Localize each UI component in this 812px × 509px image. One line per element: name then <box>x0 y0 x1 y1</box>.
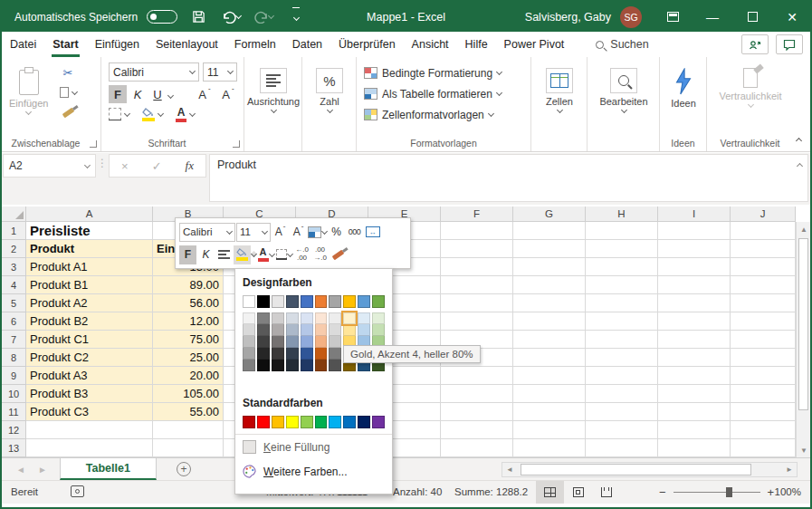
row-header-4[interactable]: 4 <box>2 276 26 294</box>
cell-J11[interactable] <box>731 403 796 421</box>
mini-align-button[interactable] <box>215 245 233 264</box>
variant-swatch-3-4[interactable] <box>301 348 313 360</box>
cell-I1[interactable] <box>658 222 731 240</box>
clipboard-dialog-launcher[interactable] <box>90 140 97 148</box>
select-all-corner[interactable] <box>2 206 26 222</box>
mini-increase-decimal-button[interactable]: .00 →.0 <box>311 245 329 264</box>
tab-seitenlayout[interactable]: Seitenlayout <box>148 32 226 57</box>
standard-color-swatch-0[interactable] <box>243 416 255 428</box>
cell-F12[interactable] <box>441 421 513 439</box>
row-header-7[interactable]: 7 <box>2 331 26 349</box>
cell-I13[interactable] <box>658 439 731 457</box>
standard-color-swatch-7[interactable] <box>343 416 356 428</box>
theme-color-swatch-7[interactable] <box>343 295 356 308</box>
vertical-scroll-thumb[interactable] <box>798 238 808 410</box>
cell-J4[interactable] <box>731 276 796 294</box>
font-size-select[interactable]: 11 <box>203 62 237 82</box>
row-header-5[interactable]: 5 <box>2 294 26 312</box>
cell-A8[interactable]: Produkt C2 <box>26 349 153 367</box>
format-as-table-button[interactable]: Als Tabelle formatieren <box>364 84 502 103</box>
row-header-13[interactable]: 13 <box>2 439 26 457</box>
user-name[interactable]: Salvisberg, Gaby <box>525 11 611 24</box>
underline-dropdown[interactable] <box>167 92 174 99</box>
variant-swatch-2-4[interactable] <box>301 336 313 348</box>
standard-color-swatch-5[interactable] <box>315 416 328 428</box>
ideas-button[interactable]: Ideen <box>665 61 702 109</box>
variant-swatch-1-1[interactable] <box>257 324 270 336</box>
page-break-view-button[interactable] <box>592 481 620 504</box>
variant-swatch-1-0[interactable] <box>243 324 255 336</box>
cell-J9[interactable] <box>731 367 796 385</box>
cell-B10[interactable]: 105.00 <box>153 385 224 403</box>
cell-A13[interactable] <box>26 439 153 457</box>
theme-color-swatch-6[interactable] <box>329 295 341 308</box>
cell-J2[interactable] <box>731 240 796 258</box>
cell-A4[interactable]: Produkt B1 <box>26 276 153 294</box>
variant-swatch-3-3[interactable] <box>286 348 299 360</box>
normal-view-button[interactable] <box>536 481 564 504</box>
underline-button[interactable]: U <box>148 85 167 103</box>
theme-color-swatch-0[interactable] <box>243 295 255 308</box>
cell-I6[interactable] <box>658 312 731 331</box>
cell-I8[interactable] <box>658 349 731 367</box>
mini-merge-button[interactable]: ↔ <box>364 223 381 242</box>
mini-percent-button[interactable]: % <box>328 223 345 242</box>
cell-G8[interactable] <box>513 349 586 367</box>
font-dialog-launcher[interactable] <box>233 140 240 148</box>
cell-H5[interactable] <box>586 294 658 312</box>
variant-swatch-4-4[interactable] <box>301 360 313 371</box>
font-color-button[interactable]: A <box>176 107 186 122</box>
variant-swatch-0-9[interactable] <box>372 312 385 324</box>
cell-J10[interactable] <box>731 385 796 403</box>
cell-B8[interactable]: 25.00 <box>153 349 224 367</box>
cell-B13[interactable] <box>153 439 224 457</box>
row-header-11[interactable]: 11 <box>2 403 26 421</box>
cell-F3[interactable] <box>441 258 513 276</box>
variant-swatch-0-6[interactable] <box>329 312 341 324</box>
variant-swatch-3-0[interactable] <box>243 348 255 360</box>
cell-H6[interactable] <box>586 312 658 331</box>
cell-F10[interactable] <box>441 385 513 403</box>
search-field[interactable]: Suchen <box>596 38 648 51</box>
mini-font-color-button[interactable]: A <box>257 245 274 264</box>
tab-ansicht[interactable]: Ansicht <box>404 32 457 57</box>
mini-fill-color-dropdown[interactable] <box>251 250 257 256</box>
cell-J3[interactable] <box>731 258 796 276</box>
cell-G9[interactable] <box>513 367 586 385</box>
variant-swatch-1-4[interactable] <box>301 324 313 336</box>
cell-J13[interactable] <box>731 439 796 457</box>
cell-F11[interactable] <box>441 403 513 421</box>
add-sheet-button[interactable]: + <box>177 462 191 476</box>
editing-button[interactable]: Bearbeiten <box>596 61 652 112</box>
tab-hilfe[interactable]: Hilfe <box>457 32 496 57</box>
cell-H7[interactable] <box>586 331 658 349</box>
fill-color-button[interactable] <box>142 108 155 121</box>
cell-I10[interactable] <box>658 385 731 403</box>
more-colors-item[interactable]: Weitere Farben... <box>243 459 385 484</box>
variant-swatch-1-8[interactable] <box>358 324 370 336</box>
sheet-prev-icon[interactable]: ◄ <box>16 465 25 475</box>
variant-swatch-4-1[interactable] <box>257 360 270 371</box>
scroll-up-button[interactable]: ▲ <box>797 222 811 236</box>
variant-swatch-0-1[interactable] <box>257 312 270 324</box>
cell-G2[interactable] <box>513 240 586 258</box>
variant-swatch-2-3[interactable] <box>286 336 299 348</box>
cell-A7[interactable]: Produkt C1 <box>26 331 153 349</box>
column-header-A[interactable]: A <box>26 206 153 222</box>
row-header-9[interactable]: 9 <box>2 367 26 385</box>
cell-B5[interactable]: 56.00 <box>153 294 224 312</box>
horizontal-scrollbar[interactable]: ◄ ► <box>502 462 798 477</box>
font-name-select[interactable]: Calibri <box>109 62 199 82</box>
row-header-1[interactable]: 1 <box>2 222 26 240</box>
variant-swatch-2-1[interactable] <box>257 336 270 348</box>
mini-font-name-select[interactable]: Calibri <box>179 223 235 242</box>
cell-F1[interactable] <box>441 222 513 240</box>
formula-bar-grip[interactable]: ⋮ <box>96 153 109 205</box>
cell-I2[interactable] <box>658 240 731 258</box>
variant-swatch-0-4[interactable] <box>301 312 313 324</box>
variant-swatch-4-0[interactable] <box>243 360 255 371</box>
cell-H1[interactable] <box>586 222 658 240</box>
comment-icon[interactable] <box>776 34 803 54</box>
cells-button[interactable]: Zellen <box>540 61 579 112</box>
copy-button[interactable] <box>58 84 78 101</box>
